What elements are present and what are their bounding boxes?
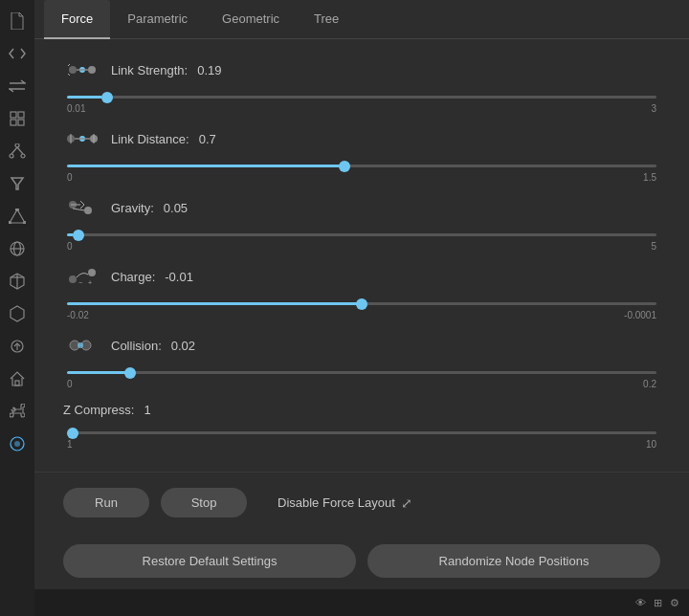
charge-icon: − +: [63, 265, 101, 288]
sidebar-item-home[interactable]: [3, 365, 32, 392]
collision-min: 0: [67, 379, 73, 389]
charge-header: − + Charge: -0.01: [63, 265, 660, 288]
sidebar-item-hierarchy[interactable]: [3, 138, 32, 165]
charge-max: -0.0001: [624, 310, 656, 320]
tab-force[interactable]: Force: [44, 0, 110, 39]
sidebar: [0, 0, 34, 616]
collision-header: Collision: 0.02: [63, 334, 660, 357]
charge-track: -0.02 -0.0001: [63, 292, 660, 320]
gravity-max: 5: [651, 241, 656, 252]
link-strength-track: 0.01 3: [63, 85, 660, 114]
charge-min: -0.02: [67, 310, 89, 320]
svg-point-4: [15, 143, 19, 147]
gravity-header: Gravity: 0.05: [63, 196, 660, 219]
svg-line-37: [73, 209, 84, 210]
collision-icon: [63, 334, 101, 357]
charge-row: − + Charge: -0.01 -0.02 -0.0001: [63, 265, 660, 320]
disable-force-container: Disable Force Layout ⤢: [278, 495, 412, 511]
link-strength-value: 0.19: [197, 63, 221, 77]
svg-point-45: [78, 342, 83, 348]
link-distance-max: 1.5: [643, 172, 656, 183]
svg-rect-22: [15, 381, 19, 385]
settings-icon: ⚙: [670, 597, 679, 609]
z-compress-row: Z Compress: 1 1 10: [63, 403, 660, 450]
sidebar-item-document[interactable]: [3, 8, 32, 34]
link-strength-min: 0.01: [67, 103, 85, 114]
link-distance-track: 0 1.5: [63, 154, 660, 183]
gravity-row: Gravity: 0.05 0 5: [63, 196, 660, 252]
run-button[interactable]: Run: [63, 488, 149, 517]
svg-point-6: [21, 154, 25, 158]
z-compress-value: 1: [144, 403, 150, 417]
sidebar-item-package[interactable]: [3, 268, 32, 295]
sidebar-item-network[interactable]: [3, 430, 32, 457]
tab-bar: Force Parametric Geometric Tree: [34, 0, 689, 39]
link-distance-min: 0: [67, 172, 73, 183]
link-strength-header: Link Strength: 0.19: [63, 58, 660, 81]
svg-point-24: [14, 441, 20, 447]
svg-line-7: [11, 147, 17, 154]
z-compress-slider[interactable]: [67, 431, 656, 434]
sidebar-item-transfer[interactable]: [3, 73, 32, 99]
link-strength-max: 3: [651, 103, 656, 114]
stop-button[interactable]: Stop: [161, 488, 247, 517]
link-distance-header: Link Distance: 0.7: [63, 127, 660, 150]
svg-point-40: [88, 269, 96, 276]
svg-point-13: [9, 222, 11, 225]
link-strength-label: Link Strength:: [111, 63, 188, 77]
charge-slider[interactable]: [67, 302, 656, 305]
link-distance-slider[interactable]: [67, 165, 656, 167]
sidebar-item-hexagon[interactable]: [3, 300, 32, 327]
z-compress-max: 10: [646, 439, 656, 450]
gravity-min: 0: [67, 241, 73, 252]
bottom-bar: Restore Default Settings Randomize Node …: [34, 533, 689, 589]
svg-rect-1: [18, 112, 24, 118]
randomize-positions-button[interactable]: Randomize Node Positions: [367, 544, 660, 578]
link-distance-label: Link Distance:: [111, 132, 189, 146]
z-compress-min: 1: [67, 439, 73, 450]
z-compress-track: 1 10: [63, 421, 660, 450]
svg-point-39: [69, 275, 77, 283]
link-distance-value: 0.7: [199, 132, 216, 146]
sidebar-item-command[interactable]: [3, 398, 32, 425]
charge-label: Charge:: [111, 270, 155, 284]
collision-label: Collision:: [111, 339, 162, 353]
sidebar-item-filter[interactable]: [3, 170, 32, 197]
tab-tree[interactable]: Tree: [297, 0, 356, 39]
gravity-track: 0 5: [63, 223, 660, 252]
tab-geometric[interactable]: Geometric: [205, 0, 297, 39]
svg-point-26: [88, 66, 96, 74]
svg-marker-10: [10, 209, 25, 223]
sidebar-item-triangle[interactable]: [3, 203, 32, 230]
svg-text:+: +: [88, 279, 92, 286]
link-strength-slider[interactable]: [67, 96, 656, 99]
svg-point-25: [69, 66, 77, 74]
collision-track: 0 0.2: [63, 361, 660, 389]
svg-rect-0: [11, 112, 16, 118]
gravity-icon: [63, 196, 101, 219]
main-panel: Force Parametric Geometric Tree Link Str…: [34, 0, 689, 616]
link-distance-row: Link Distance: 0.7 0 1.5: [63, 127, 660, 183]
z-compress-label: Z Compress:: [63, 403, 134, 417]
gravity-slider[interactable]: [67, 233, 656, 236]
disable-force-icon: ⤢: [401, 495, 412, 511]
sidebar-item-export[interactable]: [3, 333, 32, 360]
svg-line-8: [17, 147, 23, 154]
force-panel: Link Strength: 0.19 0.01 3: [34, 39, 689, 472]
link-strength-icon: [63, 58, 101, 81]
sidebar-item-grid[interactable]: [3, 105, 32, 132]
collision-max: 0.2: [643, 379, 656, 389]
sidebar-item-globe[interactable]: [3, 235, 32, 262]
restore-defaults-button[interactable]: Restore Default Settings: [63, 544, 356, 578]
link-strength-row: Link Strength: 0.19 0.01 3: [63, 58, 660, 114]
disable-force-label: Disable Force Layout: [278, 495, 395, 510]
layout-icon: ⊞: [654, 597, 662, 609]
svg-rect-3: [18, 120, 24, 125]
svg-rect-2: [11, 120, 16, 125]
svg-point-11: [16, 209, 19, 211]
collision-slider[interactable]: [67, 371, 656, 374]
tab-parametric[interactable]: Parametric: [110, 0, 205, 39]
svg-text:−: −: [78, 279, 82, 286]
sidebar-item-code[interactable]: [3, 40, 32, 67]
charge-value: -0.01: [165, 270, 193, 284]
